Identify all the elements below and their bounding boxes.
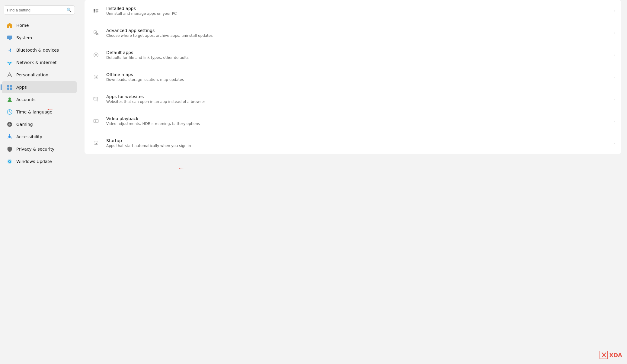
settings-item-default-apps[interactable]: Default apps Defaults for file and link … xyxy=(85,44,621,66)
advanced-app-title: Advanced app settings xyxy=(106,28,609,33)
offline-maps-text: Offline maps Downloads, storage location… xyxy=(106,72,609,82)
sidebar-item-bluetooth[interactable]: Bluetooth & devices xyxy=(2,44,77,56)
advanced-app-icon xyxy=(91,27,101,38)
xda-label: XDA xyxy=(609,352,622,358)
svg-rect-7 xyxy=(7,88,9,90)
update-icon xyxy=(7,158,13,164)
sidebar-item-privacy[interactable]: Privacy & security xyxy=(2,143,77,155)
svg-point-30 xyxy=(94,97,94,98)
sidebar-item-accounts[interactable]: Accounts xyxy=(2,94,77,106)
svg-point-32 xyxy=(97,100,98,101)
sidebar-label-system: System xyxy=(16,35,32,40)
default-apps-icon xyxy=(91,49,101,60)
installed-apps-icon xyxy=(91,5,101,16)
video-playback-chevron: › xyxy=(613,119,615,123)
settings-item-advanced-app[interactable]: Advanced app settings Choose where to ge… xyxy=(85,22,621,44)
advanced-app-desc: Choose where to get apps, archive apps, … xyxy=(106,34,609,38)
svg-rect-16 xyxy=(94,11,95,12)
sidebar-label-apps: Apps xyxy=(16,85,27,90)
installed-apps-title: Installed apps xyxy=(106,6,609,11)
sidebar-label-time: Time & language xyxy=(16,110,52,114)
svg-rect-19 xyxy=(96,11,98,12)
xda-logo xyxy=(600,351,608,359)
main-content: Installed apps Uninstall and manage apps… xyxy=(78,0,627,364)
sidebar-item-time[interactable]: Time & language xyxy=(2,106,77,118)
default-apps-desc: Defaults for file and link types, other … xyxy=(106,56,609,60)
system-icon xyxy=(7,35,13,41)
svg-rect-1 xyxy=(9,39,11,40)
svg-point-3 xyxy=(9,64,10,65)
settings-item-startup[interactable]: Startup Apps that start automatically wh… xyxy=(85,132,621,154)
sidebar-label-home: Home xyxy=(16,23,29,28)
video-playback-desc: Video adjustments, HDR streaming, batter… xyxy=(106,122,609,126)
svg-point-28 xyxy=(96,77,97,78)
apps-websites-title: Apps for websites xyxy=(106,94,609,99)
search-input[interactable] xyxy=(7,8,64,12)
time-icon xyxy=(7,109,13,115)
offline-maps-chevron: › xyxy=(613,75,615,79)
video-playback-text: Video playback Video adjustments, HDR st… xyxy=(106,116,609,126)
svg-point-9 xyxy=(8,97,11,100)
sidebar-item-apps[interactable]: Apps xyxy=(2,81,77,93)
sidebar-label-personalization: Personalization xyxy=(16,72,48,77)
installed-apps-chevron: › xyxy=(613,9,615,13)
sidebar-item-gaming[interactable]: Gaming xyxy=(2,118,77,130)
bluetooth-icon xyxy=(7,47,13,53)
startup-chevron: › xyxy=(613,141,615,145)
accessibility-icon xyxy=(7,134,13,140)
sidebar-label-bluetooth: Bluetooth & devices xyxy=(16,48,59,53)
advanced-app-text: Advanced app settings Choose where to ge… xyxy=(106,28,609,38)
default-apps-title: Default apps xyxy=(106,50,609,55)
video-playback-title: Video playback xyxy=(106,116,609,121)
apps-websites-icon xyxy=(91,94,101,104)
settings-item-installed-apps[interactable]: Installed apps Uninstall and manage apps… xyxy=(85,0,621,22)
advanced-app-chevron: › xyxy=(613,31,615,35)
settings-item-apps-websites[interactable]: Apps for websites Websites that can open… xyxy=(85,88,621,110)
sidebar-label-accessibility: Accessibility xyxy=(16,134,42,139)
settings-item-video-playback[interactable]: Video playback Video adjustments, HDR st… xyxy=(85,110,621,132)
startup-desc: Apps that start automatically when you s… xyxy=(106,144,609,148)
settings-item-offline-maps[interactable]: Offline maps Downloads, storage location… xyxy=(85,66,621,88)
sidebar-item-home[interactable]: Home xyxy=(2,19,77,31)
search-icon: 🔍 xyxy=(66,8,72,12)
offline-maps-title: Offline maps xyxy=(106,72,609,77)
installed-apps-text: Installed apps Uninstall and manage apps… xyxy=(106,6,609,16)
default-apps-text: Default apps Defaults for file and link … xyxy=(106,50,609,60)
startup-icon xyxy=(91,138,101,148)
apps-websites-desc: Websites that can open in an app instead… xyxy=(106,100,609,104)
apps-websites-chevron: › xyxy=(613,97,615,101)
svg-rect-2 xyxy=(8,40,11,40)
apps-websites-text: Apps for websites Websites that can open… xyxy=(106,94,609,104)
home-icon xyxy=(7,22,13,28)
settings-list: Installed apps Uninstall and manage apps… xyxy=(78,0,627,154)
svg-rect-17 xyxy=(96,9,98,10)
sidebar-label-network: Network & internet xyxy=(16,60,57,65)
svg-rect-5 xyxy=(7,85,9,87)
svg-rect-15 xyxy=(94,9,95,11)
xda-watermark: XDA xyxy=(600,351,622,359)
svg-point-13 xyxy=(9,134,10,136)
sidebar-label-accounts: Accounts xyxy=(16,97,36,102)
sidebar-item-system[interactable]: System xyxy=(2,32,77,44)
svg-rect-0 xyxy=(7,36,12,39)
sidebar-item-update[interactable]: Windows Update xyxy=(2,155,77,168)
sidebar-label-privacy: Privacy & security xyxy=(16,147,54,152)
svg-rect-6 xyxy=(10,85,12,87)
offline-maps-icon xyxy=(91,72,101,82)
gaming-icon xyxy=(7,121,13,127)
search-box[interactable]: 🔍 xyxy=(4,5,75,14)
svg-point-31 xyxy=(95,97,95,98)
video-playback-icon xyxy=(91,116,101,126)
sidebar: 🔍 Home System xyxy=(0,0,78,364)
accounts-icon xyxy=(7,97,13,103)
sidebar-item-network[interactable]: Network & internet xyxy=(2,56,77,69)
sidebar-item-accessibility[interactable]: Accessibility xyxy=(2,131,77,143)
personalization-icon xyxy=(7,72,13,78)
default-apps-chevron: › xyxy=(613,53,615,57)
apps-icon xyxy=(7,84,13,90)
sidebar-item-personalization[interactable]: Personalization xyxy=(2,69,77,81)
svg-rect-20 xyxy=(96,12,98,12)
startup-text: Startup Apps that start automatically wh… xyxy=(106,138,609,148)
sidebar-label-update: Windows Update xyxy=(16,159,52,164)
svg-rect-18 xyxy=(96,10,98,11)
